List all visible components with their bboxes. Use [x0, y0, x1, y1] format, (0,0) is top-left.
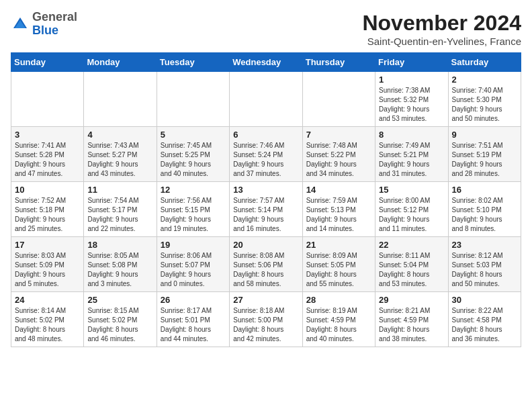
- day-of-week-header: Sunday: [11, 53, 84, 72]
- calendar-week-row: 10Sunrise: 7:52 AM Sunset: 5:18 PM Dayli…: [11, 182, 521, 237]
- calendar-cell: 28Sunrise: 8:19 AM Sunset: 4:59 PM Dayli…: [302, 292, 375, 347]
- day-number: 4: [87, 130, 152, 140]
- calendar-cell: 16Sunrise: 8:02 AM Sunset: 5:10 PM Dayli…: [448, 182, 521, 237]
- day-number: 28: [306, 295, 371, 305]
- title-section: November 2024 Saint-Quentin-en-Yvelines,…: [362, 11, 521, 47]
- calendar-cell: [11, 72, 84, 127]
- day-number: 10: [15, 185, 80, 195]
- calendar-cell: 2Sunrise: 7:40 AM Sunset: 5:30 PM Daylig…: [448, 72, 521, 127]
- day-of-week-header: Saturday: [448, 53, 521, 72]
- calendar-cell: 3Sunrise: 7:41 AM Sunset: 5:28 PM Daylig…: [11, 127, 84, 182]
- day-number: 3: [15, 130, 80, 140]
- calendar-cell: 23Sunrise: 8:12 AM Sunset: 5:03 PM Dayli…: [448, 237, 521, 292]
- calendar-cell: [302, 72, 375, 127]
- calendar-cell: 1Sunrise: 7:38 AM Sunset: 5:32 PM Daylig…: [375, 72, 448, 127]
- day-number: 24: [15, 295, 80, 305]
- day-number: 11: [87, 185, 152, 195]
- day-info: Sunrise: 7:41 AM Sunset: 5:28 PM Dayligh…: [15, 141, 80, 179]
- day-number: 25: [87, 295, 152, 305]
- calendar-cell: 20Sunrise: 8:08 AM Sunset: 5:06 PM Dayli…: [230, 237, 302, 292]
- calendar-cell: 22Sunrise: 8:11 AM Sunset: 5:04 PM Dayli…: [375, 237, 448, 292]
- day-info: Sunrise: 8:03 AM Sunset: 5:09 PM Dayligh…: [15, 251, 80, 289]
- day-info: Sunrise: 8:19 AM Sunset: 4:59 PM Dayligh…: [306, 306, 371, 344]
- day-number: 16: [452, 185, 517, 195]
- day-info: Sunrise: 8:08 AM Sunset: 5:06 PM Dayligh…: [233, 251, 298, 289]
- day-info: Sunrise: 8:05 AM Sunset: 5:08 PM Dayligh…: [87, 251, 152, 289]
- day-info: Sunrise: 7:59 AM Sunset: 5:13 PM Dayligh…: [306, 196, 371, 234]
- day-info: Sunrise: 7:52 AM Sunset: 5:18 PM Dayligh…: [15, 196, 80, 234]
- calendar-cell: [84, 72, 157, 127]
- calendar-week-row: 1Sunrise: 7:38 AM Sunset: 5:32 PM Daylig…: [11, 72, 521, 127]
- calendar-cell: 6Sunrise: 7:46 AM Sunset: 5:24 PM Daylig…: [230, 127, 302, 182]
- calendar-cell: 13Sunrise: 7:57 AM Sunset: 5:14 PM Dayli…: [230, 182, 302, 237]
- day-info: Sunrise: 7:40 AM Sunset: 5:30 PM Dayligh…: [452, 86, 517, 124]
- day-number: 12: [161, 185, 226, 195]
- calendar-cell: 17Sunrise: 8:03 AM Sunset: 5:09 PM Dayli…: [11, 237, 84, 292]
- day-number: 9: [452, 130, 517, 140]
- day-number: 6: [233, 130, 298, 140]
- calendar-cell: 29Sunrise: 8:21 AM Sunset: 4:59 PM Dayli…: [375, 292, 448, 347]
- calendar-cell: 12Sunrise: 7:56 AM Sunset: 5:15 PM Dayli…: [157, 182, 229, 237]
- day-of-week-header: Tuesday: [157, 53, 229, 72]
- day-info: Sunrise: 8:18 AM Sunset: 5:00 PM Dayligh…: [233, 306, 298, 344]
- day-number: 18: [87, 240, 152, 250]
- day-number: 29: [379, 295, 444, 305]
- calendar-cell: 8Sunrise: 7:49 AM Sunset: 5:21 PM Daylig…: [375, 127, 448, 182]
- day-info: Sunrise: 8:21 AM Sunset: 4:59 PM Dayligh…: [379, 306, 444, 344]
- logo-general-text: General: [32, 10, 77, 24]
- day-info: Sunrise: 8:00 AM Sunset: 5:12 PM Dayligh…: [379, 196, 444, 234]
- day-info: Sunrise: 8:17 AM Sunset: 5:01 PM Dayligh…: [161, 306, 226, 344]
- calendar-cell: 27Sunrise: 8:18 AM Sunset: 5:00 PM Dayli…: [230, 292, 302, 347]
- calendar-cell: [230, 72, 302, 127]
- calendar-cell: 11Sunrise: 7:54 AM Sunset: 5:17 PM Dayli…: [84, 182, 157, 237]
- day-number: 21: [306, 240, 371, 250]
- calendar-header-row: SundayMondayTuesdayWednesdayThursdayFrid…: [11, 53, 521, 72]
- calendar-cell: 21Sunrise: 8:09 AM Sunset: 5:05 PM Dayli…: [302, 237, 375, 292]
- day-info: Sunrise: 7:38 AM Sunset: 5:32 PM Dayligh…: [379, 86, 444, 124]
- day-of-week-header: Thursday: [302, 53, 375, 72]
- day-number: 26: [161, 295, 226, 305]
- day-number: 13: [233, 185, 298, 195]
- day-info: Sunrise: 7:56 AM Sunset: 5:15 PM Dayligh…: [161, 196, 226, 234]
- logo: General Blue: [11, 11, 77, 38]
- calendar-cell: 18Sunrise: 8:05 AM Sunset: 5:08 PM Dayli…: [84, 237, 157, 292]
- day-info: Sunrise: 8:14 AM Sunset: 5:02 PM Dayligh…: [15, 306, 80, 344]
- calendar-cell: 10Sunrise: 7:52 AM Sunset: 5:18 PM Dayli…: [11, 182, 84, 237]
- day-of-week-header: Monday: [84, 53, 157, 72]
- day-info: Sunrise: 7:43 AM Sunset: 5:27 PM Dayligh…: [87, 141, 152, 179]
- day-number: 1: [379, 75, 444, 85]
- day-number: 19: [161, 240, 226, 250]
- day-number: 30: [452, 295, 517, 305]
- day-info: Sunrise: 8:22 AM Sunset: 4:58 PM Dayligh…: [452, 306, 517, 344]
- calendar-cell: 4Sunrise: 7:43 AM Sunset: 5:27 PM Daylig…: [84, 127, 157, 182]
- logo-icon: [11, 15, 30, 34]
- calendar-week-row: 3Sunrise: 7:41 AM Sunset: 5:28 PM Daylig…: [11, 127, 521, 182]
- month-year-title: November 2024: [362, 11, 521, 36]
- day-number: 2: [452, 75, 517, 85]
- day-info: Sunrise: 8:02 AM Sunset: 5:10 PM Dayligh…: [452, 196, 517, 234]
- day-info: Sunrise: 7:54 AM Sunset: 5:17 PM Dayligh…: [87, 196, 152, 234]
- day-number: 7: [306, 130, 371, 140]
- calendar-cell: 15Sunrise: 8:00 AM Sunset: 5:12 PM Dayli…: [375, 182, 448, 237]
- calendar-week-row: 24Sunrise: 8:14 AM Sunset: 5:02 PM Dayli…: [11, 292, 521, 347]
- day-number: 22: [379, 240, 444, 250]
- day-number: 8: [379, 130, 444, 140]
- calendar-cell: 7Sunrise: 7:48 AM Sunset: 5:22 PM Daylig…: [302, 127, 375, 182]
- calendar-cell: 9Sunrise: 7:51 AM Sunset: 5:19 PM Daylig…: [448, 127, 521, 182]
- day-info: Sunrise: 8:11 AM Sunset: 5:04 PM Dayligh…: [379, 251, 444, 289]
- logo-blue-text: Blue: [32, 24, 58, 37]
- day-number: 5: [161, 130, 226, 140]
- day-info: Sunrise: 7:57 AM Sunset: 5:14 PM Dayligh…: [233, 196, 298, 234]
- day-info: Sunrise: 7:49 AM Sunset: 5:21 PM Dayligh…: [379, 141, 444, 179]
- calendar-cell: [157, 72, 229, 127]
- day-number: 23: [452, 240, 517, 250]
- day-info: Sunrise: 8:12 AM Sunset: 5:03 PM Dayligh…: [452, 251, 517, 289]
- day-of-week-header: Wednesday: [230, 53, 302, 72]
- day-info: Sunrise: 7:48 AM Sunset: 5:22 PM Dayligh…: [306, 141, 371, 179]
- calendar-cell: 26Sunrise: 8:17 AM Sunset: 5:01 PM Dayli…: [157, 292, 229, 347]
- calendar-cell: 19Sunrise: 8:06 AM Sunset: 5:07 PM Dayli…: [157, 237, 229, 292]
- day-number: 17: [15, 240, 80, 250]
- day-info: Sunrise: 7:45 AM Sunset: 5:25 PM Dayligh…: [161, 141, 226, 179]
- location-subtitle: Saint-Quentin-en-Yvelines, France: [362, 36, 521, 47]
- day-of-week-header: Friday: [375, 53, 448, 72]
